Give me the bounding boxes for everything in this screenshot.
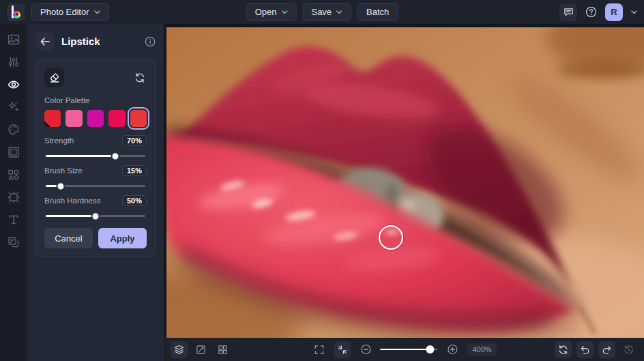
image-canvas[interactable] <box>164 24 644 338</box>
save-button[interactable]: Save <box>302 3 351 21</box>
transform-button[interactable] <box>192 341 209 358</box>
sidebar-item-frames[interactable] <box>8 146 20 158</box>
save-label: Save <box>311 7 332 17</box>
history-button[interactable] <box>620 341 637 358</box>
batch-button[interactable]: Batch <box>357 3 398 21</box>
canvas-toolbar-left <box>171 341 231 358</box>
plus-circle-icon <box>447 344 458 355</box>
lipstick-panel: Lipstick <box>27 24 164 361</box>
open-button[interactable]: Open <box>246 3 297 21</box>
zoom-in-button[interactable] <box>443 341 460 358</box>
redo-icon <box>602 345 612 355</box>
slider-fill <box>46 155 115 157</box>
user-avatar[interactable]: R <box>605 3 623 21</box>
sparkles-icon <box>8 101 20 113</box>
fullscreen-button[interactable] <box>310 341 327 358</box>
swatch-magenta[interactable] <box>87 110 104 127</box>
photo-icon <box>8 33 20 46</box>
zoom-controls: 400% <box>310 341 497 358</box>
sidebar-item-effects[interactable] <box>8 101 20 113</box>
brush-size-slider[interactable] <box>46 185 145 187</box>
sidebar-item-overlays[interactable] <box>8 191 20 203</box>
open-label: Open <box>255 7 277 17</box>
text-icon <box>8 214 20 226</box>
swatch-pink[interactable] <box>65 110 82 127</box>
palette-icon <box>8 124 20 136</box>
eraser-button[interactable] <box>44 68 64 87</box>
product-switcher-button[interactable]: Photo Editor <box>31 3 109 21</box>
info-button[interactable] <box>145 36 156 47</box>
fit-screen-button[interactable] <box>334 341 351 358</box>
layers-icon <box>174 345 184 355</box>
refresh-icon <box>558 345 568 355</box>
fit-screen-icon <box>337 345 347 355</box>
main-area: Lipstick <box>0 24 644 361</box>
avatar-initial: R <box>611 7 617 17</box>
canvas-column: 400% <box>164 24 644 361</box>
app-logo[interactable] <box>7 3 25 21</box>
zoom-level-badge: 400% <box>467 343 497 356</box>
strength-slider[interactable] <box>46 155 145 157</box>
reset-image-button[interactable] <box>555 341 572 358</box>
minus-circle-icon <box>360 344 371 355</box>
textures-icon <box>8 236 20 248</box>
cancel-button[interactable]: Cancel <box>44 228 93 248</box>
info-icon <box>145 36 156 47</box>
sidebar-item-adjust[interactable] <box>8 56 20 68</box>
panel-actions: Cancel Apply <box>44 228 147 248</box>
undo-button[interactable] <box>576 341 594 358</box>
brush-size-slider-group: Brush Size 15% <box>44 165 147 187</box>
strength-value: 70% <box>122 135 147 146</box>
help-icon <box>585 6 597 18</box>
eraser-icon <box>49 72 60 83</box>
brush-size-label: Brush Size <box>44 167 83 175</box>
brush-hardness-slider[interactable] <box>46 215 145 217</box>
refresh-icon <box>134 72 145 83</box>
slider-handle[interactable] <box>111 151 120 160</box>
help-button[interactable] <box>585 6 597 18</box>
brush-hardness-label: Brush Hardness <box>44 197 100 205</box>
redo-button[interactable] <box>598 341 615 358</box>
transform-icon <box>196 345 206 355</box>
sidebar-item-text[interactable] <box>8 214 20 226</box>
swatch-raspberry[interactable] <box>108 110 125 127</box>
back-button[interactable] <box>35 32 54 50</box>
feedback-button[interactable] <box>559 3 577 21</box>
product-label: Photo Editor <box>40 7 89 17</box>
canvas-toolbar: 400% <box>164 338 644 361</box>
sidebar-item-graphics[interactable] <box>8 169 20 181</box>
history-controls <box>555 341 637 358</box>
reset-button[interactable] <box>133 71 147 85</box>
apply-button[interactable]: Apply <box>98 228 147 248</box>
color-palette <box>44 110 147 127</box>
slider-handle[interactable] <box>56 182 65 190</box>
shapes-icon <box>8 169 20 181</box>
brush-hardness-slider-group: Brush Hardness 50% <box>44 195 147 217</box>
grid-view-button[interactable] <box>214 341 231 358</box>
panel-title: Lipstick <box>61 35 100 47</box>
sliders-icon <box>8 56 20 68</box>
topbar-center-actions: Open Save Batch <box>246 3 398 21</box>
history-clock-icon <box>624 345 634 355</box>
tool-rail <box>0 24 27 361</box>
strength-label: Strength <box>44 136 74 145</box>
lips-photo-illustration <box>166 27 644 338</box>
swatch-red-selected[interactable] <box>130 110 147 127</box>
sidebar-item-photo[interactable] <box>8 33 20 46</box>
zoom-out-button[interactable] <box>357 341 374 358</box>
sidebar-item-artsy[interactable] <box>8 124 20 136</box>
zoom-slider[interactable] <box>380 349 437 350</box>
zoom-slider-handle[interactable] <box>426 345 435 353</box>
eye-icon <box>8 78 20 91</box>
chevron-down-icon <box>336 10 342 14</box>
sidebar-item-touch-up[interactable] <box>8 78 20 91</box>
brush-hardness-value: 50% <box>122 195 147 206</box>
topbar-right-actions: R <box>559 3 637 21</box>
slider-handle[interactable] <box>91 212 100 220</box>
swatch-custom-red[interactable] <box>44 110 61 127</box>
chevron-down-icon <box>94 10 100 14</box>
account-menu-chevron-icon[interactable] <box>631 10 637 14</box>
layers-button[interactable] <box>171 341 188 358</box>
sidebar-item-textures[interactable] <box>8 236 20 248</box>
grid-icon <box>218 345 228 355</box>
